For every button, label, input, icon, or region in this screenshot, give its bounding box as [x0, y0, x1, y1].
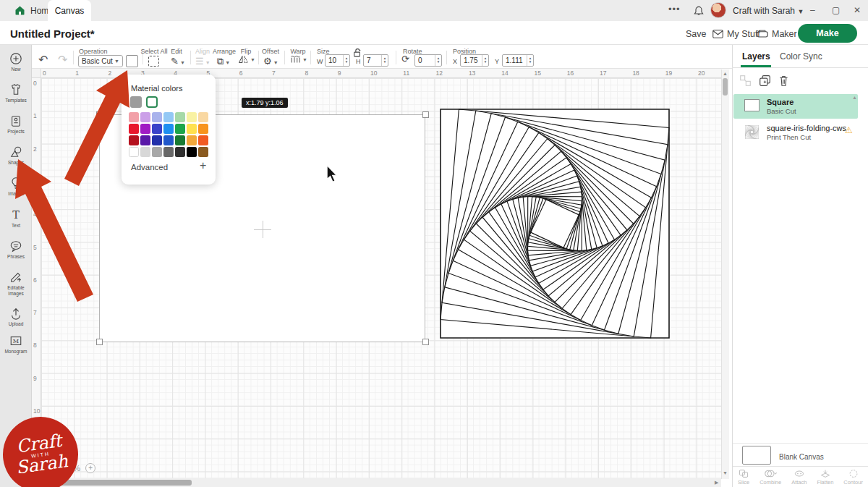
x-stepper[interactable]: ▲▼ [482, 55, 488, 66]
trash-icon[interactable] [778, 75, 790, 87]
palette-swatch[interactable] [187, 135, 197, 145]
width-field[interactable]: 10▲▼ [325, 54, 350, 67]
rotate-field[interactable]: 0▲▼ [414, 54, 442, 67]
sidebar-item-monogram[interactable]: M Monogram [0, 334, 32, 355]
palette-swatch[interactable] [175, 124, 185, 134]
height-stepper[interactable]: ▲▼ [381, 55, 388, 66]
overflow-menu[interactable]: ••• [668, 4, 681, 14]
tab-canvas[interactable]: Canvas [48, 0, 91, 21]
palette-swatch[interactable] [198, 147, 208, 157]
palette-swatch[interactable] [163, 135, 174, 145]
palette-swatch[interactable] [187, 112, 197, 122]
warp-menu[interactable]: ▼ [290, 54, 307, 64]
vertical-scrollbar[interactable] [721, 69, 729, 479]
sidebar-item-text[interactable]: T Text [0, 208, 32, 229]
scroll-right-icon[interactable]: ▶ [715, 480, 718, 486]
palette-swatch[interactable] [163, 124, 174, 134]
palette-swatch[interactable] [175, 112, 185, 122]
arrange-menu[interactable]: ⧉▼ [217, 54, 230, 67]
machine-select[interactable]: Maker [757, 29, 797, 39]
palette-swatch[interactable] [152, 147, 162, 157]
layers-scroll-up-icon[interactable]: ▲ [852, 95, 857, 100]
scroll-up-icon[interactable]: ▲ [723, 71, 728, 76]
iris-pattern[interactable] [440, 109, 670, 339]
y-field[interactable]: 1.111▲▼ [502, 54, 534, 67]
sidebar-item-templates[interactable]: Templates [0, 83, 32, 103]
avatar[interactable] [710, 2, 726, 18]
palette-swatch[interactable] [163, 112, 174, 122]
scroll-down-icon[interactable]: ▼ [723, 470, 728, 475]
edit-menu[interactable]: ✎▼ [171, 54, 185, 67]
attach-button[interactable]: Attach [791, 469, 807, 486]
lock-open-icon[interactable] [353, 48, 362, 57]
x-field[interactable]: 1.75▲▼ [460, 54, 489, 67]
rotate-stepper[interactable]: ▲▼ [435, 55, 441, 66]
palette-swatch[interactable] [198, 124, 208, 134]
redo-icon[interactable]: ↷ [58, 53, 67, 67]
palette-swatch[interactable] [152, 124, 162, 134]
palette-swatch[interactable] [152, 112, 162, 122]
blank-canvas-thumb[interactable] [742, 446, 771, 465]
account-menu[interactable]: Craft with Sarah ▼ [733, 6, 804, 16]
palette-swatch[interactable] [140, 112, 150, 122]
y-stepper[interactable]: ▲▼ [527, 55, 533, 66]
layer-row-iris[interactable]: square-iris-folding-cws Print Then Cut ⚠ [733, 120, 858, 145]
advanced-label[interactable]: Advanced [131, 163, 168, 171]
maximize-button[interactable]: ▢ [832, 5, 840, 15]
tab-layers[interactable]: Layers [742, 51, 770, 62]
palette-swatch[interactable] [140, 124, 150, 134]
resize-handle-ne[interactable] [422, 111, 429, 118]
zoom-in-icon[interactable]: + [85, 463, 95, 473]
sidebar-item-upload[interactable]: Upload [0, 307, 32, 327]
undo-icon[interactable]: ↶ [38, 53, 48, 67]
palette-swatch[interactable] [129, 147, 139, 157]
palette-swatch[interactable] [140, 135, 150, 145]
sidebar-item-shapes[interactable]: Shapes [0, 145, 32, 166]
palette-swatch[interactable] [129, 112, 139, 122]
palette-swatch[interactable] [175, 147, 185, 157]
palette-swatch[interactable] [187, 124, 197, 134]
layer-row-square[interactable]: Square Basic Cut [733, 94, 858, 119]
contour-button[interactable]: Contour [843, 469, 863, 486]
palette-swatch[interactable] [163, 147, 174, 157]
sidebar-item-editable-images[interactable]: Editable Images [0, 271, 32, 297]
flatten-button[interactable]: Flatten [817, 469, 833, 486]
resize-handle-nw[interactable] [96, 111, 103, 118]
bell-icon[interactable] [693, 5, 705, 17]
operation-color-swatch[interactable] [126, 55, 138, 67]
sidebar-item-images[interactable]: Images [0, 177, 32, 197]
palette-swatch[interactable] [152, 135, 162, 145]
group-icon[interactable] [739, 75, 752, 87]
my-stuff-button[interactable]: My Stuff [712, 29, 760, 39]
palette-swatch[interactable] [198, 135, 208, 145]
sidebar-item-projects[interactable]: Projects [0, 114, 32, 135]
material-swatch[interactable] [130, 96, 142, 108]
save-button[interactable]: Save [686, 29, 707, 39]
palette-swatch[interactable] [129, 124, 139, 134]
height-field[interactable]: 7▲▼ [363, 54, 388, 67]
material-swatch[interactable] [146, 96, 158, 108]
horizontal-scroll-thumb[interactable] [54, 480, 192, 486]
sidebar-item-phrases[interactable]: Phrases [0, 240, 32, 260]
flip-menu[interactable]: ▼ [238, 54, 255, 64]
offset-menu[interactable]: ⚙▼ [263, 54, 278, 67]
palette-swatch[interactable] [175, 135, 185, 145]
select-all-icon[interactable] [148, 56, 159, 67]
palette-swatch[interactable] [198, 112, 208, 122]
close-button[interactable]: ✕ [854, 5, 861, 15]
slice-button[interactable]: Slice [738, 469, 749, 486]
combine-button[interactable]: Combine [760, 469, 781, 486]
align-menu[interactable]: ☰▼ [195, 54, 210, 67]
make-button[interactable]: Make [798, 24, 857, 43]
sidebar-item-new[interactable]: New [0, 52, 32, 72]
minimize-button[interactable]: – [810, 5, 815, 15]
resize-handle-se[interactable] [422, 339, 429, 345]
vertical-scroll-thumb[interactable] [723, 78, 728, 96]
resize-handle-sw[interactable] [96, 339, 103, 345]
advanced-plus-icon[interactable]: + [200, 159, 206, 172]
palette-swatch[interactable] [129, 135, 139, 145]
palette-swatch[interactable] [140, 147, 150, 157]
duplicate-icon[interactable] [759, 75, 771, 87]
width-stepper[interactable]: ▲▼ [343, 55, 349, 66]
rotate-icon[interactable]: ⟳ [401, 54, 409, 64]
